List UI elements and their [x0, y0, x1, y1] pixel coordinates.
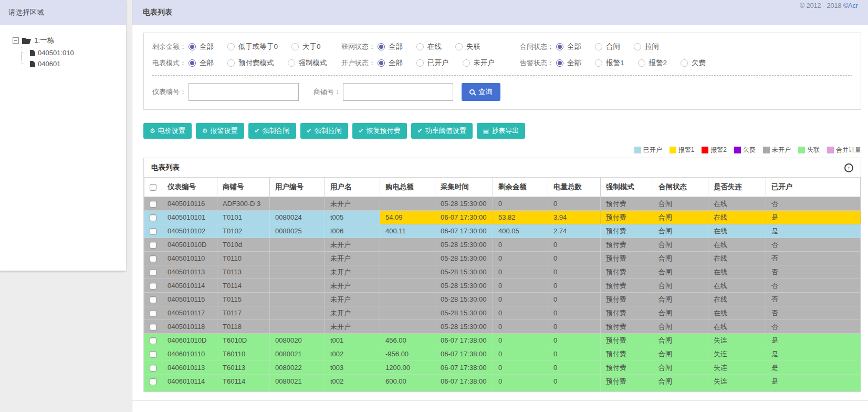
filter-panel: 剩余金额： 全部 低于或等于0	[143, 33, 861, 110]
table-cell: 失连	[708, 334, 766, 347]
table-cell: 预付费	[601, 265, 653, 279]
radio-option[interactable]: 全部	[378, 42, 403, 52]
row-select-cell	[144, 320, 162, 334]
action-button[interactable]: 强制拉闸	[300, 123, 348, 139]
radio-option[interactable]: 全部	[556, 42, 581, 52]
row-checkbox[interactable]	[150, 296, 156, 303]
radio-icon[interactable]	[291, 43, 299, 50]
filter-label: 合闸状态：	[520, 42, 554, 52]
radio-icon[interactable]	[189, 59, 196, 67]
row-checkbox[interactable]	[150, 365, 156, 372]
radio-option[interactable]: 全部	[189, 42, 214, 52]
table-cell: 0	[548, 334, 601, 347]
shop-no-input[interactable]	[343, 83, 453, 101]
radio-option-label: 报警2	[649, 58, 667, 68]
action-button[interactable]: 强制合闸	[248, 123, 296, 139]
table-cell: 在线	[708, 279, 766, 293]
tree-root-label[interactable]: 1:一栋	[34, 36, 54, 45]
brand-link[interactable]: ©Acr	[843, 2, 858, 9]
radio-icon[interactable]	[634, 43, 641, 50]
tree-leaf-node[interactable]: 040501:010	[22, 47, 121, 58]
select-all-checkbox[interactable]	[150, 184, 156, 191]
row-checkbox[interactable]	[150, 283, 156, 290]
row-checkbox[interactable]	[150, 255, 156, 262]
radio-option[interactable]: 未开户	[463, 58, 495, 68]
radio-icon[interactable]	[189, 43, 196, 50]
radio-icon[interactable]	[416, 59, 424, 67]
radio-icon[interactable]	[227, 59, 235, 67]
radio-icon[interactable]	[556, 59, 563, 67]
scroll-top-icon[interactable]	[844, 163, 853, 172]
radio-option[interactable]: 报警2	[638, 58, 667, 68]
table-cell: 预付费	[601, 252, 653, 265]
column-header: 剩余金额	[493, 178, 548, 197]
radio-option[interactable]: 全部	[556, 58, 581, 68]
row-select-cell	[144, 224, 162, 238]
table-cell: ADF300-D 3	[217, 197, 270, 211]
table-cell: 失连	[708, 375, 766, 388]
radio-option[interactable]: 大于0	[291, 42, 321, 52]
radio-icon[interactable]	[556, 43, 563, 50]
table-cell: 456.00	[380, 334, 435, 347]
table-cell: 05-28 15:30:00	[435, 320, 493, 334]
tree-leaf-label[interactable]: 040501:010	[38, 49, 74, 57]
table-cell: T0114	[217, 279, 270, 293]
row-select-cell	[144, 252, 162, 265]
radio-option[interactable]: 强制模式	[288, 58, 327, 68]
row-checkbox[interactable]	[150, 324, 156, 331]
row-checkbox[interactable]	[150, 214, 156, 221]
collapse-icon[interactable]	[13, 37, 19, 44]
radio-option[interactable]: 拉闸	[634, 42, 659, 52]
radio-icon[interactable]	[378, 59, 385, 67]
radio-option[interactable]: 合闸	[595, 42, 620, 52]
radio-option[interactable]: 在线	[416, 42, 442, 52]
radio-option[interactable]: 报警1	[595, 58, 624, 68]
radio-option[interactable]: 全部	[189, 58, 214, 68]
gear-icon	[150, 128, 155, 134]
action-button[interactable]: 报警设置	[196, 123, 244, 139]
row-checkbox[interactable]	[150, 269, 156, 276]
action-button[interactable]: 恢复预付费	[352, 123, 407, 139]
meter-table-panel: 电表列表 仪表编号商铺号用户编号用户名购电总额采集时间剩余金额电量总数强制模式合…	[143, 158, 861, 392]
row-checkbox[interactable]	[150, 201, 156, 208]
row-checkbox[interactable]	[150, 242, 156, 249]
tree-children: 040501:010 040601	[22, 47, 121, 69]
legend-item: 合并计量	[827, 146, 861, 154]
radio-icon[interactable]	[595, 59, 602, 67]
tree-leaf-label[interactable]: 040601	[38, 60, 60, 68]
radio-option[interactable]: 已开户	[416, 58, 449, 68]
tree-root-node[interactable]: 1:一栋	[13, 36, 121, 45]
action-button[interactable]: 电价设置	[143, 123, 192, 139]
radio-icon[interactable]	[416, 43, 424, 50]
table-cell: 0	[493, 334, 548, 347]
radio-icon[interactable]	[463, 59, 470, 67]
column-header: 购电总额	[380, 178, 435, 197]
column-header: 电量总数	[548, 178, 601, 197]
radio-option[interactable]: 低于或等于0	[227, 42, 278, 52]
radio-option[interactable]: 预付费模式	[227, 58, 274, 68]
meter-no-input[interactable]	[189, 83, 299, 101]
radio-icon[interactable]	[288, 59, 295, 67]
radio-option[interactable]: 失联	[455, 42, 480, 52]
table-cell: 0	[548, 320, 601, 334]
radio-option[interactable]: 欠费	[681, 58, 706, 68]
radio-icon[interactable]	[378, 43, 385, 50]
radio-icon[interactable]	[227, 43, 235, 50]
action-button[interactable]: 功率阈值设置	[411, 123, 473, 139]
query-button[interactable]: 查询	[462, 83, 500, 101]
row-checkbox[interactable]	[150, 351, 156, 358]
row-checkbox[interactable]	[150, 337, 156, 344]
radio-icon[interactable]	[455, 43, 463, 50]
filter-label: 联网状态：	[341, 42, 375, 52]
table-cell: 否	[766, 320, 861, 334]
radio-icon[interactable]	[595, 43, 602, 50]
row-checkbox[interactable]	[150, 310, 156, 317]
radio-icon[interactable]	[681, 59, 688, 67]
action-button[interactable]: 抄表导出	[477, 123, 525, 139]
row-checkbox[interactable]	[150, 378, 156, 385]
tree-leaf-node[interactable]: 040601	[22, 58, 121, 69]
radio-option[interactable]: 全部	[378, 58, 403, 68]
row-checkbox[interactable]	[150, 228, 156, 235]
gear-icon	[202, 128, 208, 134]
radio-icon[interactable]	[638, 59, 645, 67]
